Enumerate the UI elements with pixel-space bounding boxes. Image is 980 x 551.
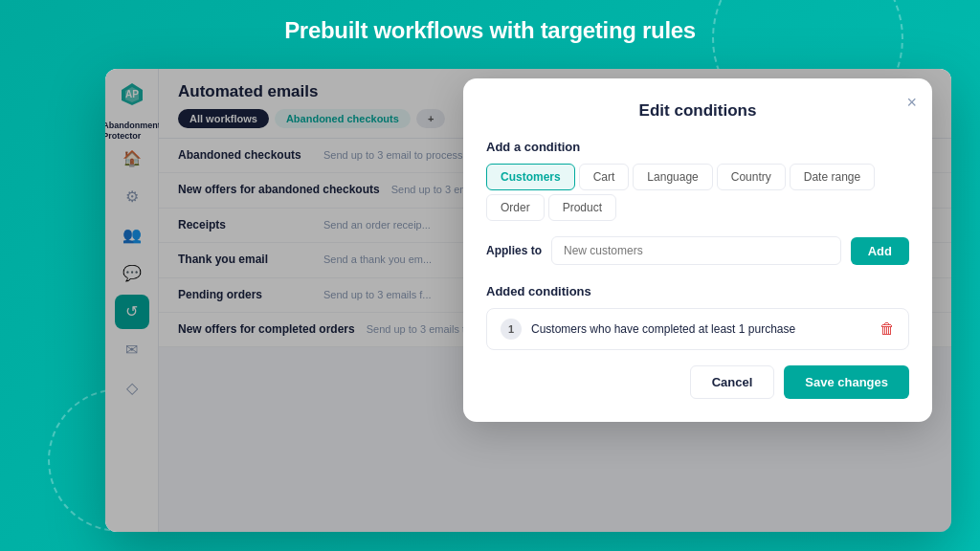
condition-tabs: Customers Cart Language Country Date ran… — [486, 164, 909, 221]
applies-to-input[interactable] — [551, 236, 841, 265]
cancel-button[interactable]: Cancel — [690, 365, 775, 399]
modal-footer: Cancel Save changes — [486, 365, 909, 399]
condition-tab-customers[interactable]: Customers — [486, 164, 575, 190]
condition-tab-cart[interactable]: Cart — [579, 164, 630, 190]
condition-row: 1 Customers who have completed at least … — [486, 308, 909, 350]
applies-to-label: Applies to — [486, 244, 542, 257]
app-container: AP Abandonment Protector 🏠 ⚙ 👥 💬 ↺ ✉ ◇ A… — [105, 69, 951, 532]
condition-tab-order[interactable]: Order — [486, 194, 545, 221]
applies-to-row: Applies to Add — [486, 236, 909, 265]
save-changes-button[interactable]: Save changes — [784, 365, 909, 399]
added-conditions-label: Added conditions — [486, 284, 909, 298]
edit-conditions-modal: Edit conditions × Add a condition Custom… — [463, 78, 932, 422]
modal-title: Edit conditions — [486, 101, 909, 121]
condition-number: 1 — [501, 319, 522, 340]
delete-condition-button[interactable]: 🗑 — [880, 320, 895, 338]
page-title: Prebuilt workflows with targeting rules — [0, 17, 980, 44]
condition-tab-country[interactable]: Country — [717, 164, 786, 190]
add-condition-label: Add a condition — [486, 140, 909, 154]
add-condition-button[interactable]: Add — [851, 237, 909, 265]
condition-text: Customers who have completed at least 1 … — [531, 322, 870, 336]
condition-tab-date-range[interactable]: Date range — [790, 164, 875, 190]
modal-close-button[interactable]: × — [906, 94, 917, 111]
condition-tab-product[interactable]: Product — [548, 194, 616, 221]
modal-overlay: Edit conditions × Add a condition Custom… — [105, 69, 951, 532]
condition-tab-language[interactable]: Language — [633, 164, 712, 190]
